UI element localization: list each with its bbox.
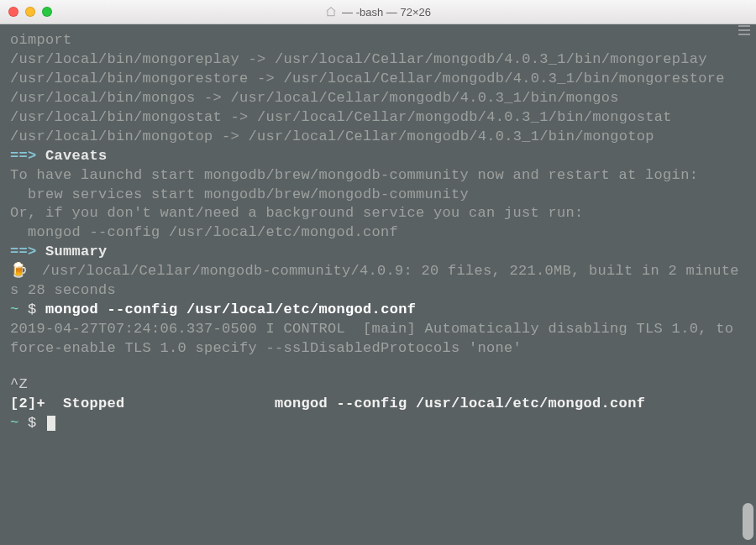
blank-line: [10, 359, 748, 375]
link-line: oimport: [10, 31, 748, 50]
traffic-lights: [8, 7, 52, 17]
link-line: /usr/local/bin/mongos -> /usr/local/Cell…: [10, 89, 748, 108]
caveats-cmd: mongod --config /usr/local/etc/mongod.co…: [10, 223, 748, 243]
caveats-heading: ==> Caveats: [10, 147, 748, 166]
window-title-text: — -bash — 72×26: [342, 6, 431, 18]
terminal-output[interactable]: oimport /usr/local/bin/mongoreplay -> /u…: [0, 24, 756, 545]
close-icon[interactable]: [8, 7, 18, 17]
terminal-window: — -bash — 72×26 oimport /usr/local/bin/m…: [0, 0, 756, 545]
log-line: 2019-04-27T07:24:06.337-0500 I CONTROL […: [10, 320, 748, 359]
link-line: /usr/local/bin/mongorestore -> /usr/loca…: [10, 70, 748, 89]
summary-heading: ==> Summary: [10, 243, 748, 262]
zoom-icon[interactable]: [42, 7, 52, 17]
ctrl-z: ^Z: [10, 375, 748, 395]
caveats-text: To have launchd start mongodb/brew/mongo…: [10, 166, 748, 186]
link-line: /usr/local/bin/mongotop -> /usr/local/Ce…: [10, 128, 748, 147]
scrollbar-thumb[interactable]: [743, 503, 753, 540]
home-icon: [325, 6, 337, 18]
summary-text: 🍺 /usr/local/Cellar/mongodb-community/4.…: [10, 262, 748, 301]
window-title: — -bash — 72×26: [0, 6, 756, 18]
job-stopped: [2]+ Stopped mongod --config /usr/local/…: [10, 395, 748, 414]
minimize-icon[interactable]: [25, 7, 35, 17]
caveats-cmd: brew services start mongodb/brew/mongodb…: [10, 186, 748, 205]
cursor: [47, 416, 55, 432]
titlebar[interactable]: — -bash — 72×26: [0, 0, 756, 24]
prompt-line[interactable]: ~ $: [10, 414, 748, 433]
shell-command: mongod --config /usr/local/etc/mongod.co…: [45, 301, 416, 317]
caveats-text: Or, if you don't want/need a background …: [10, 204, 748, 223]
prompt-line: ~ $ mongod --config /usr/local/etc/mongo…: [10, 301, 748, 320]
link-line: /usr/local/bin/mongostat -> /usr/local/C…: [10, 108, 748, 128]
link-line: /usr/local/bin/mongoreplay -> /usr/local…: [10, 50, 748, 70]
beer-icon: 🍺: [10, 262, 24, 281]
